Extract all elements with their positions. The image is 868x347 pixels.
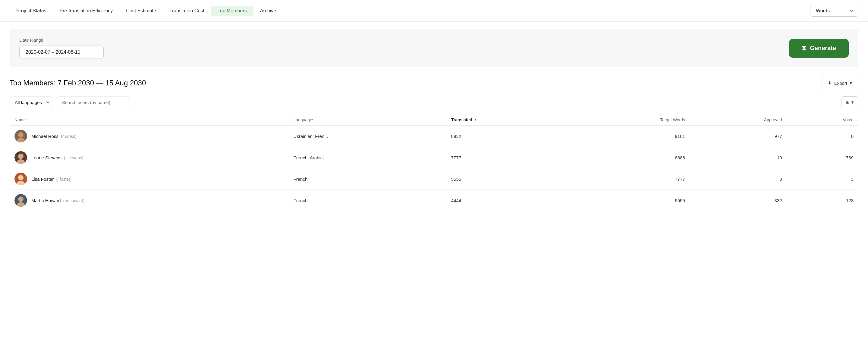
svg-point-5 xyxy=(18,153,24,159)
cell-target-words-lisa-foster: 7777 xyxy=(569,168,690,190)
column-toggle-icon: ⊞ xyxy=(846,99,849,105)
table-row: Martin Howard (m.howard) French 4444 555… xyxy=(10,190,858,211)
search-input[interactable] xyxy=(57,96,129,108)
cell-translated-michael-ross: 8832 xyxy=(446,125,569,147)
cell-approved-martin-howard: 332 xyxy=(690,190,787,211)
cell-target-words-martin-howard: 5555 xyxy=(569,190,690,211)
col-header-translated[interactable]: Translated ↑ xyxy=(446,114,569,125)
sort-arrow-icon: ↑ xyxy=(475,118,476,122)
nav-right: Words Characters Segments xyxy=(810,5,858,17)
date-range-input[interactable] xyxy=(19,46,104,59)
user-name-martin-howard: Martin Howard xyxy=(31,198,61,203)
table-row: Michael Ross (m.ross) Ukrainian; Fren...… xyxy=(10,125,858,147)
avatar-leane-stevens xyxy=(14,151,27,164)
cell-target-words-leane-stevens: 8888 xyxy=(569,147,690,168)
generate-icon: ⧗ xyxy=(802,45,806,52)
members-table: Name Languages Translated ↑ Target Words… xyxy=(10,114,858,211)
cell-voted-michael-ross: 0 xyxy=(787,125,858,147)
members-table-wrap: Name Languages Translated ↑ Target Words… xyxy=(10,114,858,211)
cell-name-martin-howard: Martin Howard (m.howard) xyxy=(10,190,289,211)
table-row: Lisa Foster (l.foster) French 5555 7777 … xyxy=(10,168,858,190)
svg-point-11 xyxy=(18,197,24,202)
col-header-approved[interactable]: Approved xyxy=(690,114,787,125)
words-select[interactable]: Words Characters Segments xyxy=(810,5,858,17)
cell-name-lisa-foster: Lisa Foster (l.foster) xyxy=(10,168,289,190)
cell-target-words-michael-ross: 9101 xyxy=(569,125,690,147)
cell-languages-lisa-foster: French xyxy=(289,168,446,190)
col-header-voted[interactable]: Voted xyxy=(787,114,858,125)
cell-languages-leane-stevens: French; Arabic; ... xyxy=(289,147,446,168)
date-range-label: Date Range: xyxy=(19,37,104,42)
col-header-target-words[interactable]: Target Words xyxy=(569,114,690,125)
user-handle-leane-stevens: (l.stevens) xyxy=(64,155,84,160)
user-name-leane-stevens: Leane Stevens xyxy=(31,155,61,160)
column-toggle[interactable]: ⊞ ▾ xyxy=(841,96,858,108)
cell-approved-leane-stevens: 10 xyxy=(690,147,787,168)
top-nav: Project Status Pre-translation Efficienc… xyxy=(0,0,868,22)
col-header-name[interactable]: Name xyxy=(10,114,289,125)
cell-voted-lisa-foster: 3 xyxy=(787,168,858,190)
tab-top-members[interactable]: Top Members xyxy=(211,6,253,16)
cell-voted-martin-howard: 123 xyxy=(787,190,858,211)
tab-pre-translation[interactable]: Pre-translation Efficiency xyxy=(53,6,120,16)
section-title: Top Members: 7 Feb 2030 — 15 Aug 2030 xyxy=(10,79,146,87)
user-name-lisa-foster: Lisa Foster xyxy=(31,176,54,182)
generate-button[interactable]: ⧗ Generate xyxy=(789,39,849,58)
svg-point-8 xyxy=(18,175,24,180)
cell-languages-martin-howard: French xyxy=(289,190,446,211)
cell-translated-martin-howard: 4444 xyxy=(446,190,569,211)
cell-approved-michael-ross: 977 xyxy=(690,125,787,147)
cell-name-michael-ross: Michael Ross (m.ross) xyxy=(10,125,289,147)
user-name-michael-ross: Michael Ross xyxy=(31,134,59,139)
avatar-lisa-foster xyxy=(14,173,27,185)
user-handle-michael-ross: (m.ross) xyxy=(61,134,76,139)
date-range-section: Date Range: xyxy=(19,37,104,59)
table-row: Leane Stevens (l.stevens) French; Arabic… xyxy=(10,147,858,168)
cell-translated-leane-stevens: 7777 xyxy=(446,147,569,168)
nav-tabs: Project Status Pre-translation Efficienc… xyxy=(10,6,810,16)
user-handle-lisa-foster: (l.foster) xyxy=(56,177,71,182)
language-select[interactable]: All languages xyxy=(10,96,53,108)
export-icon: ⬇ xyxy=(828,80,832,86)
cell-languages-michael-ross: Ukrainian; Fren... xyxy=(289,125,446,147)
export-button[interactable]: ⬇ Export ▾ xyxy=(822,77,858,89)
user-handle-martin-howard: (m.howard) xyxy=(63,198,85,203)
cell-voted-leane-stevens: 789 xyxy=(787,147,858,168)
col-header-languages[interactable]: Languages xyxy=(289,114,446,125)
generate-label: Generate xyxy=(810,45,836,52)
column-toggle-chevron: ▾ xyxy=(851,99,854,105)
svg-point-3 xyxy=(19,133,23,137)
tab-translation-cost[interactable]: Translation Cost xyxy=(163,6,211,16)
cell-translated-lisa-foster: 5555 xyxy=(446,168,569,190)
cell-approved-lisa-foster: 0 xyxy=(690,168,787,190)
date-range-card: Date Range: ⧗ Generate xyxy=(10,29,858,67)
cell-name-leane-stevens: Leane Stevens (l.stevens) xyxy=(10,147,289,168)
section-header: Top Members: 7 Feb 2030 — 15 Aug 2030 ⬇ … xyxy=(10,77,858,89)
avatar-michael-ross xyxy=(14,130,27,142)
export-chevron-icon: ▾ xyxy=(849,80,852,86)
tab-cost-estimate[interactable]: Cost Estimate xyxy=(119,6,163,16)
tab-project-status[interactable]: Project Status xyxy=(10,6,53,16)
export-label: Export xyxy=(834,81,847,86)
filters-row: All languages ⊞ ▾ xyxy=(10,96,858,108)
avatar-martin-howard xyxy=(14,194,27,207)
tab-archive[interactable]: Archive xyxy=(253,6,283,16)
main-content: Date Range: ⧗ Generate Top Members: 7 Fe… xyxy=(0,22,868,219)
table-header-row: Name Languages Translated ↑ Target Words… xyxy=(10,114,858,125)
